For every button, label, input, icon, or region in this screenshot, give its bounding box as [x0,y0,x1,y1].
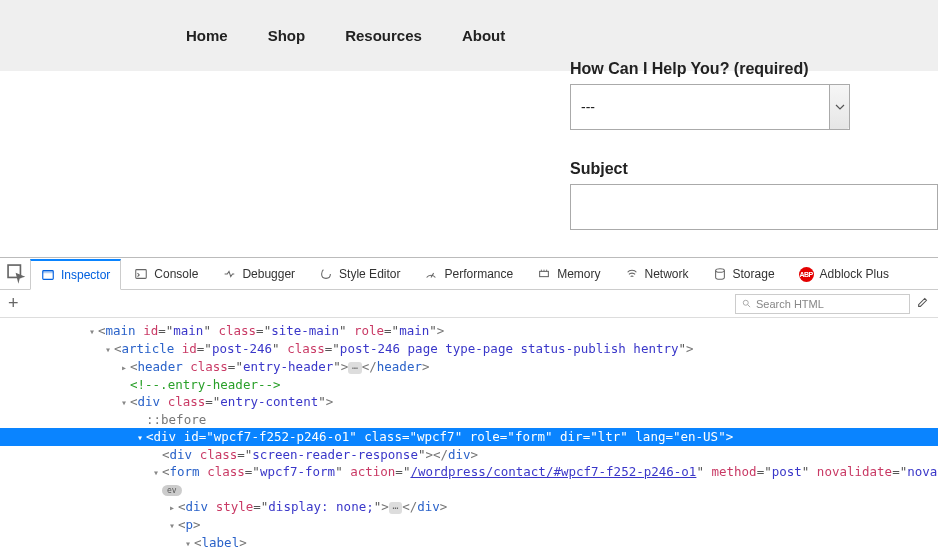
dom-node[interactable]: <form class="wpcf7-form" action="/wordpr… [0,463,938,481]
event-badge[interactable]: ev [162,485,182,496]
select-value: --- [581,99,839,115]
chevron-down-icon[interactable] [829,85,849,129]
svg-line-11 [748,304,751,307]
adblock-icon: ABP [799,267,814,282]
nav-resources[interactable]: Resources [345,27,422,44]
memory-icon [537,267,551,281]
twisty-icon[interactable] [182,534,194,552]
add-button[interactable]: + [8,293,19,314]
contact-form: How Can I Help You? (required) --- Subje… [570,60,938,230]
twisty-icon[interactable] [102,340,114,358]
tab-label: Inspector [61,268,110,282]
svg-point-10 [743,300,748,305]
dom-node-selected[interactable]: <div id="wpcf7-f252-p246-o1" class="wpcf… [0,428,938,446]
tab-debugger[interactable]: Debugger [211,258,306,289]
devtools-panel: Inspector Console Debugger Style Editor … [0,257,938,554]
page-content: Home Shop Resources About How Can I Help… [0,0,938,257]
subject-label: Subject [570,160,938,178]
performance-icon [424,267,438,281]
dom-node[interactable]: <label> [0,534,938,552]
dom-node[interactable]: <div class="entry-content"> [0,393,938,411]
search-placeholder: Search HTML [756,298,824,310]
tab-memory[interactable]: Memory [526,258,611,289]
tab-label: Memory [557,267,600,281]
dom-event-badge[interactable]: ev [0,481,938,498]
inspector-icon [41,268,55,282]
nav-shop[interactable]: Shop [268,27,306,44]
svg-point-9 [715,269,724,273]
tab-label: Adblock Plus [820,267,889,281]
twisty-icon[interactable] [134,428,146,446]
network-icon [625,267,639,281]
element-picker-icon[interactable] [6,263,28,285]
svg-rect-5 [540,271,549,276]
twisty-icon[interactable] [118,393,130,411]
search-html-input[interactable]: Search HTML [735,294,910,314]
tab-label: Debugger [242,267,295,281]
twisty-icon[interactable] [86,322,98,340]
dom-node[interactable]: <article id="post-246" class="post-246 p… [0,340,938,358]
tab-label: Performance [444,267,513,281]
tab-style-editor[interactable]: Style Editor [308,258,411,289]
style-editor-icon [319,267,333,281]
svg-rect-3 [136,270,147,279]
subject-input[interactable] [570,184,938,230]
dom-tree[interactable]: <main id="main" class="site-main" role="… [0,318,938,554]
twisty-icon[interactable] [118,358,130,376]
tab-storage[interactable]: Storage [702,258,786,289]
console-icon [134,267,148,281]
nav-about[interactable]: About [462,27,505,44]
dom-node[interactable]: <main id="main" class="site-main" role="… [0,322,938,340]
tab-network[interactable]: Network [614,258,700,289]
tab-console[interactable]: Console [123,258,209,289]
dom-node[interactable]: <div style="display: none;">⋯</div> [0,498,938,516]
twisty-icon[interactable] [166,498,178,516]
storage-icon [713,267,727,281]
help-label: How Can I Help You? (required) [570,60,938,78]
dom-node[interactable]: <p> [0,516,938,534]
devtools-tabs: Inspector Console Debugger Style Editor … [0,258,938,290]
tab-label: Network [645,267,689,281]
dom-pseudo[interactable]: ::before [0,411,938,428]
tab-performance[interactable]: Performance [413,258,524,289]
tab-label: Console [154,267,198,281]
debugger-icon [222,267,236,281]
twisty-icon[interactable] [150,463,162,481]
twisty-icon[interactable] [166,516,178,534]
dom-node[interactable]: <header class="entry-header">⋯</header> [0,358,938,376]
svg-rect-2 [43,270,54,273]
dom-comment[interactable]: <!--.entry-header--> [0,376,938,393]
tab-label: Style Editor [339,267,400,281]
ellipsis-badge[interactable]: ⋯ [389,502,402,514]
tab-label: Storage [733,267,775,281]
devtools-subbar: + Search HTML [0,290,938,318]
help-select[interactable]: --- [570,84,850,130]
edit-icon[interactable] [916,295,930,312]
tab-adblock[interactable]: ABP Adblock Plus [788,258,900,289]
tab-inspector[interactable]: Inspector [30,259,121,290]
nav-home[interactable]: Home [186,27,228,44]
ellipsis-badge[interactable]: ⋯ [348,362,361,374]
dom-node[interactable]: <div class="screen-reader-response"></di… [0,446,938,463]
